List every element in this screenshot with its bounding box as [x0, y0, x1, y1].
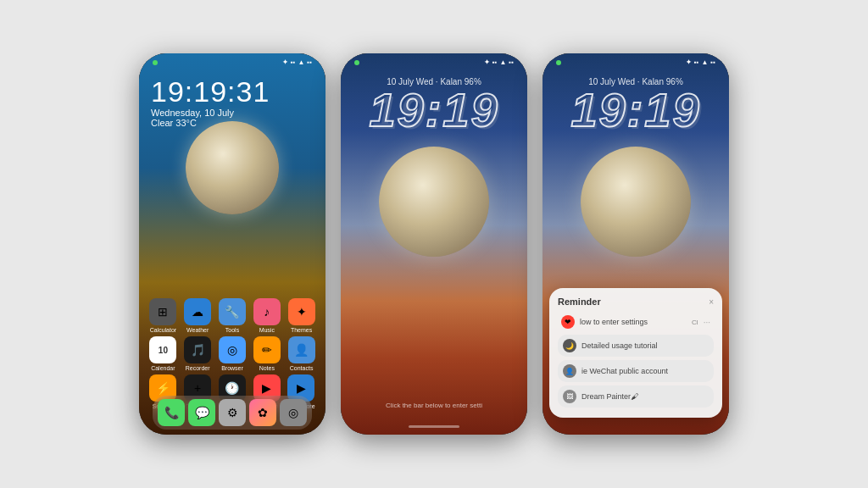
notif-text-2: Detailed usage tutorial	[581, 341, 709, 350]
calendar-label: Calendar	[151, 365, 175, 371]
wifi-icon: ▲	[298, 58, 304, 66]
calculator-icon: ⊞	[149, 298, 176, 325]
phone-1-clock: 19:19:31	[151, 77, 270, 106]
themes-label: Themes	[291, 327, 312, 333]
notification-header: Reminder ×	[558, 297, 714, 307]
phone-1-screen: ✦ ▪▪ ▲ ▪▪ 19:19:31 Wednesday, 10 July Cl…	[139, 53, 326, 435]
music-label: Music	[259, 327, 275, 333]
app-tools[interactable]: 🔧 Tools	[219, 298, 246, 333]
phone-2: ✦ ▪▪ ▲ ▪▪ 10 July Wed · Kalan 96% 19:19 …	[341, 53, 527, 435]
phone-1-app-grid: ⊞ Calculator ☁ Weather 🔧 Tools ♪ Music ✦	[146, 298, 319, 409]
settings-dock-icon: ⚙	[219, 399, 246, 426]
phone-2-home-indicator	[409, 425, 459, 428]
signal-icon: ▪▪	[291, 58, 296, 66]
recorder-label: Recorder	[186, 365, 210, 371]
calendar-icon: 10	[149, 336, 176, 363]
dock-camera[interactable]: ◎	[280, 399, 307, 426]
phone-1-dock: 📞 💬 ⚙ ✿ ◎	[153, 396, 312, 430]
signal-icon-2: ▪▪	[492, 58, 498, 66]
phone-2-screen: ✦ ▪▪ ▲ ▪▪ 10 July Wed · Kalan 96% 19:19 …	[341, 53, 527, 435]
phone-3-date: 10 July Wed · Kalan 96%	[542, 77, 729, 86]
phone-3-screen: ✦ ▪▪ ▲ ▪▪ 10 July Wed · Kalan 96% 19:19 …	[542, 53, 729, 435]
phone-2-moon	[379, 147, 489, 257]
status-bar-1: ✦ ▪▪ ▲ ▪▪	[139, 53, 326, 68]
bluetooth-icon-3: ✦	[686, 58, 692, 66]
app-recorder[interactable]: 🎵 Recorder	[184, 336, 211, 371]
phone-3-moon	[581, 147, 691, 257]
tools-label: Tools	[225, 327, 239, 333]
status-bar-2: ✦ ▪▪ ▲ ▪▪	[341, 53, 527, 68]
phone-1-moon	[186, 121, 279, 214]
bluetooth-icon-2: ✦	[484, 58, 490, 66]
notification-close-button[interactable]: ×	[709, 297, 714, 307]
heart-icon: ❤	[561, 315, 575, 329]
messages-dock-icon: 💬	[188, 399, 215, 426]
notif-text-3: ie WeChat public account	[581, 367, 709, 375]
phone-2-date: 10 July Wed · Kalan 96%	[341, 77, 527, 86]
dock-settings[interactable]: ⚙	[219, 399, 246, 426]
browser-icon: ◎	[219, 336, 246, 363]
contacts-label: Contacts	[290, 365, 314, 371]
app-row-2: 10 Calendar 🎵 Recorder ◎ Browser ✏ Notes…	[146, 336, 319, 371]
phone-1-date: Wednesday, 10 July	[151, 108, 270, 118]
status-icons-1: ✦ ▪▪ ▲ ▪▪	[282, 58, 312, 66]
music-icon: ♪	[253, 298, 281, 325]
app-music[interactable]: ♪ Music	[253, 298, 281, 333]
dock-messages[interactable]: 💬	[188, 399, 215, 426]
app-notes[interactable]: ✏ Notes	[253, 336, 281, 371]
notif-dots-1[interactable]: ···	[704, 318, 710, 327]
phone-dock-icon: 📞	[158, 399, 185, 426]
notes-label: Notes	[259, 365, 275, 371]
green-dot-2	[354, 60, 359, 65]
app-weather[interactable]: ☁ Weather	[184, 298, 211, 333]
notification-panel: Reminder × ❤ low to enter settings Cl ··…	[549, 288, 722, 418]
dream-painter-icon: 🖼	[563, 390, 576, 403]
notif-action-1: Cl	[692, 319, 698, 326]
battery-icon: ▪▪	[307, 58, 312, 66]
phone-2-clock: 19:19	[341, 86, 527, 134]
tools-icon: 🔧	[219, 298, 246, 325]
app-browser[interactable]: ◎ Browser	[219, 336, 246, 371]
notification-item-2[interactable]: 🌙 Detailed usage tutorial	[558, 335, 714, 357]
weather-label: Weather	[186, 327, 209, 333]
notif-text-1: low to enter settings	[580, 318, 687, 326]
green-dot-3	[556, 60, 561, 65]
battery-icon-2: ▪▪	[509, 58, 514, 66]
dock-phone[interactable]: 📞	[158, 399, 185, 426]
gallery-dock-icon: ✿	[249, 399, 276, 426]
recorder-icon: 🎵	[184, 336, 211, 363]
phone-1: ✦ ▪▪ ▲ ▪▪ 19:19:31 Wednesday, 10 July Cl…	[139, 53, 326, 435]
app-contacts[interactable]: 👤 Contacts	[288, 336, 315, 371]
phone-3-clock: 19:19	[542, 86, 729, 134]
app-calculator[interactable]: ⊞ Calculator	[149, 298, 176, 333]
notification-item-4[interactable]: 🖼 Dream Painter🖌	[558, 385, 714, 408]
notification-item-3[interactable]: 👤 ie WeChat public account	[558, 360, 714, 382]
calculator-label: Calculator	[150, 327, 177, 333]
phone-1-time-widget: 19:19:31 Wednesday, 10 July Clear 33°C	[151, 77, 270, 128]
app-row-1: ⊞ Calculator ☁ Weather 🔧 Tools ♪ Music ✦	[146, 298, 319, 333]
dock-gallery[interactable]: ✿	[249, 399, 276, 426]
moon-icon: 🌙	[563, 339, 576, 352]
phone-3: ✦ ▪▪ ▲ ▪▪ 10 July Wed · Kalan 96% 19:19 …	[542, 53, 729, 435]
contacts-icon: 👤	[288, 336, 315, 363]
phone-2-bottom-text: Click the bar below to enter setti	[341, 402, 527, 409]
status-icons-3: ✦ ▪▪ ▲ ▪▪	[686, 58, 715, 66]
camera-dock-icon: ◎	[280, 399, 307, 426]
notif-text-4: Dream Painter🖌	[581, 392, 709, 401]
bluetooth-icon: ✦	[282, 58, 288, 66]
themes-icon: ✦	[288, 298, 315, 325]
battery-icon-3: ▪▪	[710, 58, 715, 66]
app-calendar[interactable]: 10 Calendar	[149, 336, 176, 371]
status-icons-2: ✦ ▪▪ ▲ ▪▪	[484, 58, 514, 66]
status-bar-3: ✦ ▪▪ ▲ ▪▪	[542, 53, 729, 68]
person-icon: 👤	[563, 364, 576, 378]
browser-label: Browser	[221, 365, 243, 371]
notification-title: Reminder	[558, 297, 601, 307]
notification-item-1[interactable]: ❤ low to enter settings Cl ···	[558, 312, 714, 332]
signal-icon-3: ▪▪	[694, 58, 699, 66]
notes-icon: ✏	[253, 336, 281, 363]
wifi-icon-3: ▲	[701, 58, 708, 66]
wifi-icon-2: ▲	[499, 58, 506, 66]
green-dot	[153, 60, 158, 65]
app-themes[interactable]: ✦ Themes	[288, 298, 315, 333]
